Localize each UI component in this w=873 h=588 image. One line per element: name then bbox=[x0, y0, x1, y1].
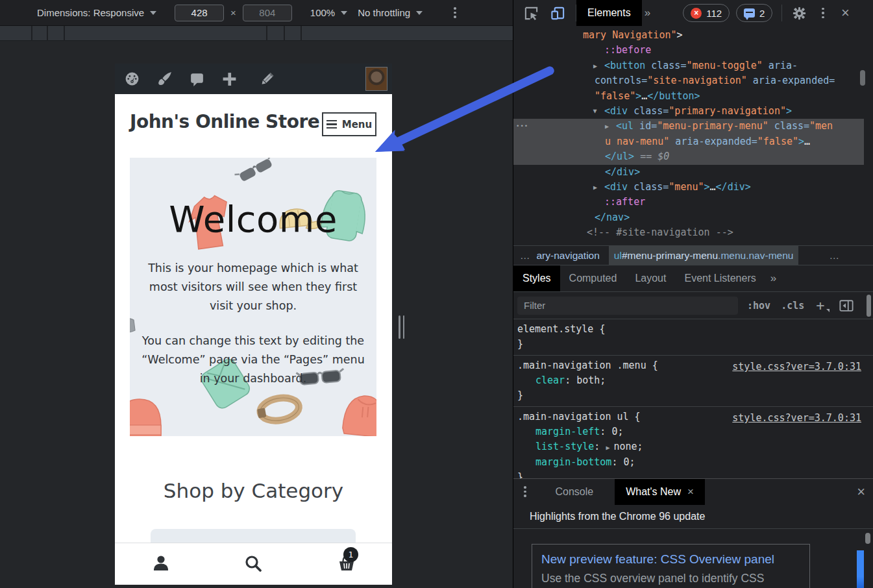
dom-line[interactable]: <!-- #site-navigation --> bbox=[513, 225, 864, 240]
error-count-badge[interactable]: × 112 bbox=[683, 4, 730, 22]
dom-line[interactable]: "false">…</button> bbox=[513, 89, 864, 104]
styles-more-tabs-chevron[interactable]: » bbox=[770, 272, 776, 285]
class-toggle[interactable]: .cls bbox=[781, 300, 804, 312]
more-tabs-chevron[interactable]: » bbox=[645, 6, 650, 19]
dom-line[interactable]: ▶<div class="primary-navigation"> bbox=[513, 104, 864, 119]
css-selector[interactable]: element.style bbox=[517, 323, 593, 335]
dashboard-gauge-icon[interactable] bbox=[124, 71, 140, 87]
dom-line[interactable]: u nav-menu" aria-expanded="false">… bbox=[513, 134, 864, 149]
device-mode-pane: Dimensions: Responsive 428 × 804 100% No… bbox=[0, 0, 513, 588]
twisty-icon[interactable]: ▶ bbox=[605, 119, 609, 134]
zoom-select[interactable]: 100% bbox=[310, 7, 335, 18]
breadcrumb-overflow-right[interactable]: … bbox=[823, 250, 846, 262]
twisty-icon[interactable]: ▶ bbox=[593, 58, 597, 73]
dom-tree: mary Navigation">::before▶<button class=… bbox=[513, 26, 873, 245]
dom-line[interactable]: ▶<button class="menu-toggle" aria- bbox=[513, 58, 864, 73]
css-property[interactable]: margin-bottom: 0; bbox=[517, 455, 873, 470]
shop-by-category-heading: Shop by Category bbox=[115, 479, 392, 502]
hero-paragraph-1: This is your homepage which is what most… bbox=[141, 259, 365, 315]
styles-scrollbar-thumb[interactable] bbox=[867, 295, 871, 317]
dom-line[interactable]: •••▶<ul id="menu-primary-menu" class="me… bbox=[513, 119, 864, 134]
twisty-icon[interactable]: ▶ bbox=[593, 180, 597, 195]
inspect-element-icon[interactable] bbox=[524, 6, 539, 21]
tab-layout[interactable]: Layout bbox=[626, 265, 675, 291]
tab-whats-new[interactable]: What's New × bbox=[615, 479, 705, 505]
drawer-close-icon[interactable]: × bbox=[857, 485, 865, 499]
tab-styles[interactable]: Styles bbox=[513, 265, 560, 291]
store-bottom-nav: 1 bbox=[115, 543, 392, 585]
edit-pencil-icon[interactable] bbox=[259, 71, 275, 87]
tab-console[interactable]: Console bbox=[545, 479, 605, 505]
category-tile[interactable] bbox=[151, 529, 356, 543]
dom-line[interactable]: </nav> bbox=[513, 210, 864, 225]
wordpress-admin-bar bbox=[115, 64, 392, 94]
dom-line[interactable]: mary Navigation"> bbox=[513, 28, 864, 43]
drawer-menu-icon[interactable] bbox=[520, 484, 530, 500]
menu-toggle-button[interactable]: Menu bbox=[322, 112, 376, 136]
breadcrumb-nav-crumb[interactable]: ary-navigation bbox=[537, 250, 600, 262]
css-source-link[interactable]: style.css?ver=3.7.0:31 bbox=[732, 411, 861, 426]
issues-count-badge[interactable]: 2 bbox=[736, 4, 772, 22]
dimensions-select[interactable]: Dimensions: Responsive bbox=[37, 7, 144, 18]
whats-new-panel: New preview feature: CSS Overview panel … bbox=[513, 529, 873, 588]
welcome-hero: Welcome This is your homepage which is w… bbox=[130, 158, 376, 436]
dom-line[interactable]: </ul> == $0 bbox=[513, 149, 864, 164]
customize-brush-icon[interactable] bbox=[156, 71, 173, 87]
site-title-link[interactable]: John's Online Store bbox=[130, 111, 319, 132]
welcome-heading: Welcome bbox=[130, 198, 376, 240]
user-avatar[interactable] bbox=[365, 67, 387, 91]
account-person-icon[interactable] bbox=[151, 554, 171, 573]
breadcrumb-overflow-left[interactable]: … bbox=[513, 250, 537, 262]
device-toolbar-menu-icon[interactable] bbox=[450, 5, 460, 21]
styles-filter-input[interactable]: Filter bbox=[517, 297, 738, 315]
selected-node-marker: ••• bbox=[516, 119, 528, 134]
whats-new-preview-image bbox=[857, 550, 864, 588]
whats-new-card-link[interactable]: New preview feature: CSS Overview panel bbox=[541, 550, 800, 569]
css-rule: .main-navigation ul {style.css?ver=3.7.0… bbox=[513, 407, 873, 478]
new-plus-icon[interactable] bbox=[221, 71, 238, 87]
viewport-width-input[interactable]: 428 bbox=[175, 5, 224, 21]
devtools-toolbar: Elements » × 112 2 × bbox=[513, 0, 873, 26]
cart-count-badge[interactable]: 1 bbox=[343, 547, 358, 562]
search-icon[interactable] bbox=[243, 554, 263, 573]
css-property[interactable]: list-style: ▶ none; bbox=[517, 439, 873, 455]
css-source-link[interactable]: style.css?ver=3.7.0:31 bbox=[732, 360, 861, 374]
media-query-ruler[interactable] bbox=[0, 26, 513, 41]
toggle-sidebar-icon[interactable] bbox=[839, 299, 854, 312]
dom-line[interactable]: </div> bbox=[513, 165, 864, 180]
device-viewport: John's Online Store Menu bbox=[115, 64, 392, 585]
throttling-select[interactable]: No throttling bbox=[358, 7, 410, 18]
settings-gear-icon[interactable] bbox=[793, 6, 806, 20]
dom-line[interactable]: ::before bbox=[513, 43, 864, 58]
hover-state-toggle[interactable]: :hov bbox=[747, 300, 770, 312]
tab-event-listeners[interactable]: Event Listeners bbox=[675, 265, 765, 291]
hoodie-illustration bbox=[341, 392, 376, 436]
whats-new-scrollbar-thumb[interactable] bbox=[865, 533, 870, 544]
whats-new-header: Highlights from the Chrome 96 update bbox=[513, 504, 873, 529]
viewport-resize-handle-icon[interactable] bbox=[399, 315, 404, 339]
dom-line[interactable]: ▶<div class="menu">…</div> bbox=[513, 180, 864, 195]
css-property[interactable]: clear: both; bbox=[517, 373, 873, 388]
device-toolbar: Dimensions: Responsive 428 × 804 100% No… bbox=[0, 0, 513, 26]
dimensions-times: × bbox=[230, 7, 236, 18]
dom-line[interactable]: ::after bbox=[513, 195, 864, 210]
toggle-device-toolbar-icon[interactable] bbox=[550, 6, 565, 21]
css-property[interactable]: margin-left: 0; bbox=[517, 424, 873, 439]
site-header: John's Online Store Menu bbox=[115, 94, 392, 158]
css-selector[interactable]: .main-navigation .menu bbox=[517, 360, 646, 371]
comments-bubble-icon[interactable] bbox=[189, 71, 205, 87]
tab-elements[interactable]: Elements bbox=[576, 0, 642, 26]
new-style-rule-button[interactable]: + bbox=[816, 297, 824, 313]
tab-computed[interactable]: Computed bbox=[560, 265, 626, 291]
dropdown-caret-icon bbox=[150, 11, 156, 15]
whats-new-tab-close-icon[interactable]: × bbox=[687, 485, 694, 498]
breadcrumb-selected[interactable]: ul#menu-primary-menu.menu.nav-menu bbox=[609, 246, 799, 265]
devtools-close-icon[interactable]: × bbox=[841, 6, 850, 20]
devtools-menu-icon[interactable] bbox=[818, 5, 828, 21]
css-selector[interactable]: .main-navigation ul bbox=[517, 411, 629, 423]
devtools-pane: Elements » × 112 2 × mary Nav bbox=[513, 0, 873, 588]
viewport-height-input[interactable]: 804 bbox=[243, 5, 292, 21]
drawer-tab-bar: Console What's New × × bbox=[513, 478, 873, 504]
twisty-icon[interactable]: ▶ bbox=[587, 110, 602, 114]
dom-line[interactable]: controls="site-navigation" aria-expanded… bbox=[513, 73, 864, 88]
